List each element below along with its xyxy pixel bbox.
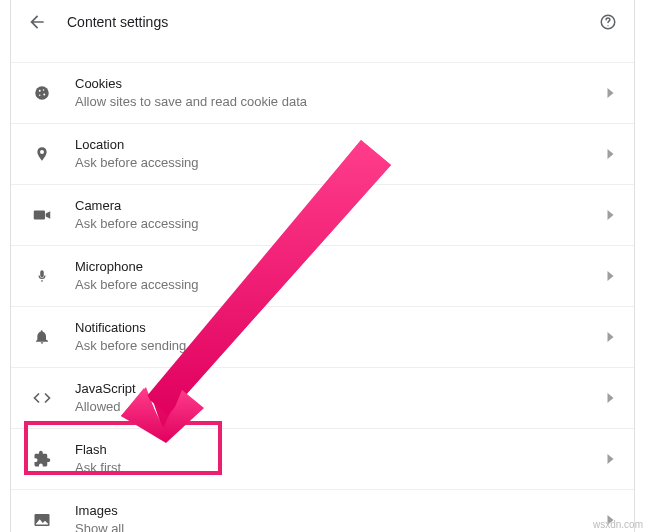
- camera-icon: [31, 208, 53, 222]
- row-subtitle: Ask before sending: [75, 337, 607, 355]
- row-flash[interactable]: Flash Ask first: [11, 428, 634, 489]
- help-button[interactable]: [598, 12, 618, 32]
- row-text: Camera Ask before accessing: [75, 197, 607, 233]
- row-title: Notifications: [75, 319, 607, 337]
- svg-point-6: [39, 95, 41, 97]
- svg-point-2: [35, 86, 49, 100]
- svg-point-1: [607, 25, 608, 26]
- settings-panel: Content settings Cookies Allow sites to …: [10, 0, 635, 532]
- row-camera[interactable]: Camera Ask before accessing: [11, 184, 634, 245]
- row-title: JavaScript: [75, 380, 607, 398]
- chevron-right-icon: [607, 210, 614, 220]
- row-location[interactable]: Location Ask before accessing: [11, 123, 634, 184]
- header: Content settings: [11, 0, 634, 48]
- chevron-right-icon: [607, 271, 614, 281]
- images-icon: [31, 512, 53, 528]
- row-subtitle: Ask before accessing: [75, 276, 607, 294]
- row-subtitle: Show all: [75, 520, 607, 532]
- row-microphone[interactable]: Microphone Ask before accessing: [11, 245, 634, 306]
- svg-point-5: [43, 94, 45, 96]
- svg-point-3: [39, 90, 41, 92]
- row-title: Camera: [75, 197, 607, 215]
- svg-point-4: [43, 89, 45, 91]
- row-text: Notifications Ask before sending: [75, 319, 607, 355]
- row-title: Images: [75, 502, 607, 520]
- location-icon: [31, 145, 53, 163]
- row-javascript[interactable]: JavaScript Allowed: [11, 367, 634, 428]
- chevron-right-icon: [607, 332, 614, 342]
- svg-rect-8: [40, 270, 44, 277]
- row-title: Cookies: [75, 75, 607, 93]
- row-notifications[interactable]: Notifications Ask before sending: [11, 306, 634, 367]
- row-text: Images Show all: [75, 502, 607, 532]
- row-text: Cookies Allow sites to save and read coo…: [75, 75, 607, 111]
- row-subtitle: Allowed: [75, 398, 607, 416]
- settings-list: Cookies Allow sites to save and read coo…: [11, 62, 634, 532]
- row-title: Location: [75, 136, 607, 154]
- svg-rect-7: [34, 211, 45, 220]
- row-text: Microphone Ask before accessing: [75, 258, 607, 294]
- row-title: Microphone: [75, 258, 607, 276]
- notifications-icon: [31, 328, 53, 346]
- row-subtitle: Ask before accessing: [75, 154, 607, 172]
- row-text: Location Ask before accessing: [75, 136, 607, 172]
- chevron-right-icon: [607, 454, 614, 464]
- javascript-icon: [31, 391, 53, 405]
- microphone-icon: [31, 267, 53, 285]
- row-text: Flash Ask first: [75, 441, 607, 477]
- row-cookies[interactable]: Cookies Allow sites to save and read coo…: [11, 62, 634, 123]
- row-subtitle: Ask first: [75, 459, 607, 477]
- chevron-right-icon: [607, 88, 614, 98]
- back-button[interactable]: [27, 12, 47, 32]
- watermark: wsxdn.com: [593, 519, 643, 530]
- chevron-right-icon: [607, 149, 614, 159]
- page-title: Content settings: [67, 14, 598, 30]
- help-icon: [599, 13, 617, 31]
- row-subtitle: Ask before accessing: [75, 215, 607, 233]
- arrow-left-icon: [27, 12, 47, 32]
- row-text: JavaScript Allowed: [75, 380, 607, 416]
- row-title: Flash: [75, 441, 607, 459]
- flash-icon: [31, 450, 53, 468]
- row-images[interactable]: Images Show all: [11, 489, 634, 532]
- cookie-icon: [31, 84, 53, 102]
- chevron-right-icon: [607, 393, 614, 403]
- row-subtitle: Allow sites to save and read cookie data: [75, 93, 607, 111]
